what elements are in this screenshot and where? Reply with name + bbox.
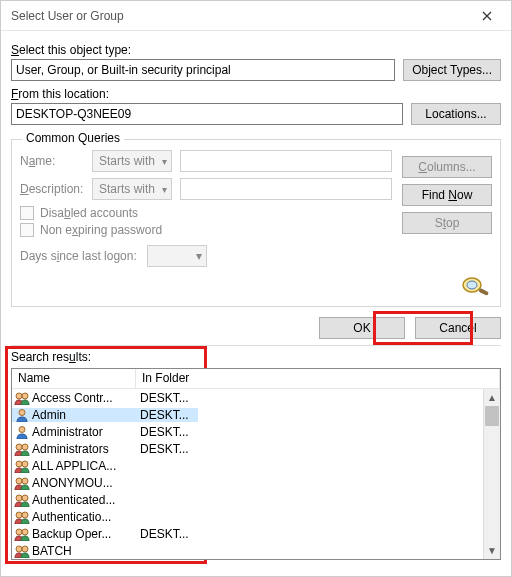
result-name: Access Contr... (12, 391, 136, 405)
scroll-down-button[interactable]: ▼ (484, 542, 501, 559)
result-name: Admin (12, 408, 136, 422)
result-row[interactable]: Backup Oper...DESKT... (12, 525, 500, 542)
name-match-input (180, 150, 392, 172)
svg-point-15 (16, 512, 22, 518)
common-queries-group: Common Queries Name: Starts with ▾ Descr… (11, 139, 501, 307)
result-row[interactable]: ALL APPLICA... (12, 457, 500, 474)
result-row[interactable]: AdministratorsDESKT... (12, 440, 500, 457)
svg-point-17 (16, 529, 22, 535)
result-row[interactable]: Authenticatio... (12, 508, 500, 525)
svg-point-4 (22, 393, 28, 399)
result-row[interactable]: Access Contr...DESKT... (12, 389, 500, 406)
close-button[interactable] (467, 2, 507, 30)
svg-point-20 (22, 546, 28, 552)
titlebar: Select User or Group (1, 1, 511, 31)
find-now-button[interactable]: Find Now (402, 184, 492, 206)
result-folder: DESKT... (136, 527, 198, 541)
result-folder: DESKT... (136, 391, 198, 405)
stop-button[interactable]: Stop (402, 212, 492, 234)
svg-point-1 (467, 281, 477, 289)
days-since-combo: ▾ (147, 245, 207, 267)
user-icon (14, 425, 30, 439)
svg-point-12 (22, 478, 28, 484)
result-name: ALL APPLICA... (12, 459, 136, 473)
common-queries-legend: Common Queries (22, 131, 124, 145)
non-expiring-label: Non expiring password (40, 223, 162, 237)
result-name: ANONYMOU... (12, 476, 136, 490)
group-icon (14, 391, 30, 405)
result-row[interactable]: AdminDESKT... (12, 406, 500, 423)
from-location-label: From this location: (11, 87, 501, 101)
result-row[interactable]: Authenticated... (12, 491, 500, 508)
desc-match-combo: Starts with ▾ (92, 178, 172, 200)
columns-button[interactable]: Columns... (402, 156, 492, 178)
svg-point-8 (22, 444, 28, 450)
name-match-combo: Starts with ▾ (92, 150, 172, 172)
chevron-down-icon: ▾ (162, 156, 167, 167)
query-desc-label: Description: (20, 182, 92, 196)
result-name: Backup Oper... (12, 527, 136, 541)
svg-point-7 (16, 444, 22, 450)
scroll-thumb[interactable] (485, 406, 499, 426)
result-folder: DESKT... (136, 408, 198, 422)
scroll-up-button[interactable]: ▲ (484, 389, 501, 406)
group-icon (14, 493, 30, 507)
chevron-down-icon: ▾ (162, 184, 167, 195)
group-icon (14, 510, 30, 524)
svg-point-13 (16, 495, 22, 501)
svg-point-14 (22, 495, 28, 501)
query-name-label: Name: (20, 154, 92, 168)
search-results-label: Search results: (11, 350, 91, 364)
svg-point-18 (22, 529, 28, 535)
result-row[interactable]: BATCH (12, 542, 500, 559)
days-since-label: Days since last logon: (20, 249, 137, 263)
location-field[interactable] (11, 103, 403, 125)
object-type-label: Select this object type: (11, 43, 501, 57)
result-folder: DESKT... (136, 442, 198, 456)
column-in-folder[interactable]: In Folder (136, 369, 500, 389)
svg-point-16 (22, 512, 28, 518)
group-icon (14, 459, 30, 473)
disabled-accounts-checkbox (20, 206, 34, 220)
result-name: Administrator (12, 425, 136, 439)
group-icon (14, 442, 30, 456)
close-icon (482, 11, 492, 21)
window-title: Select User or Group (11, 9, 467, 23)
result-name: Authenticated... (12, 493, 136, 507)
object-types-button[interactable]: Object Types... (403, 59, 501, 81)
group-icon (14, 544, 30, 558)
result-name: Administrators (12, 442, 136, 456)
group-icon (14, 476, 30, 490)
svg-rect-2 (478, 288, 489, 296)
svg-point-5 (19, 409, 25, 415)
svg-point-11 (16, 478, 22, 484)
vertical-scrollbar[interactable]: ▲ ▼ (483, 389, 500, 559)
desc-match-input (180, 178, 392, 200)
result-name: BATCH (12, 544, 136, 558)
disabled-accounts-label: Disabled accounts (40, 206, 138, 220)
user-icon (14, 408, 30, 422)
result-folder: DESKT... (136, 425, 198, 439)
magnifier-icon (458, 274, 492, 298)
results-list[interactable]: Name In Folder Access Contr...DESKT...Ad… (11, 368, 501, 560)
group-icon (14, 527, 30, 541)
svg-point-3 (16, 393, 22, 399)
chevron-down-icon: ▾ (196, 249, 202, 263)
svg-point-6 (19, 426, 25, 432)
result-row[interactable]: ANONYMOU... (12, 474, 500, 491)
locations-button[interactable]: Locations... (411, 103, 501, 125)
svg-point-19 (16, 546, 22, 552)
svg-point-10 (22, 461, 28, 467)
result-row[interactable]: AdministratorDESKT... (12, 423, 500, 440)
cancel-button[interactable]: Cancel (415, 317, 501, 339)
result-name: Authenticatio... (12, 510, 136, 524)
ok-button[interactable]: OK (319, 317, 405, 339)
column-name[interactable]: Name (12, 369, 136, 389)
object-type-field[interactable] (11, 59, 395, 81)
non-expiring-checkbox (20, 223, 34, 237)
svg-point-9 (16, 461, 22, 467)
